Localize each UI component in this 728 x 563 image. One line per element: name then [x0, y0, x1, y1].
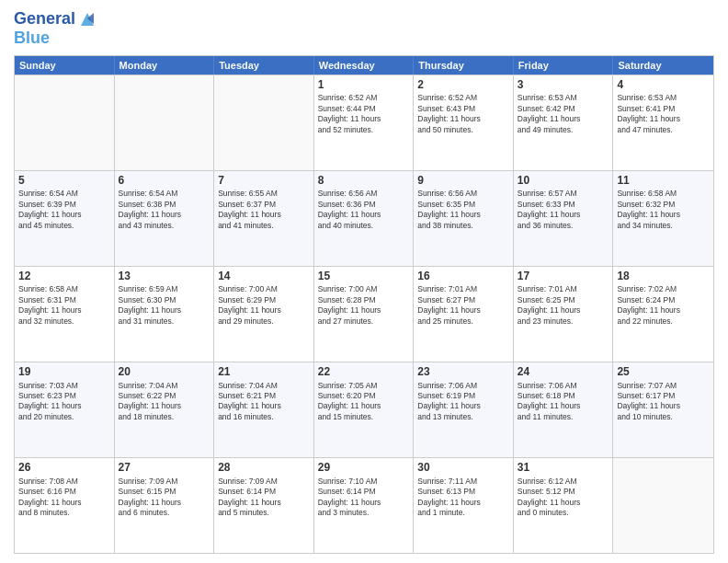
day-number: 3 — [518, 78, 609, 93]
day-number: 25 — [617, 365, 710, 380]
day-info: Sunrise: 7:01 AM Sunset: 6:25 PM Dayligh… — [518, 284, 609, 327]
day-cell-24: 24Sunrise: 7:06 AM Sunset: 6:18 PM Dayli… — [514, 362, 614, 457]
day-info: Sunrise: 7:10 AM Sunset: 6:14 PM Dayligh… — [318, 477, 410, 519]
day-number: 12 — [18, 270, 110, 284]
day-number: 22 — [318, 365, 410, 380]
day-cell-15: 15Sunrise: 7:00 AM Sunset: 6:28 PM Dayli… — [314, 267, 415, 362]
day-number: 8 — [318, 174, 410, 189]
day-number: 16 — [417, 270, 509, 284]
calendar-row-0: 1Sunrise: 6:52 AM Sunset: 6:44 PM Daylig… — [15, 75, 713, 170]
day-info: Sunrise: 7:00 AM Sunset: 6:28 PM Dayligh… — [318, 284, 410, 327]
empty-cell — [15, 75, 115, 170]
day-info: Sunrise: 7:07 AM Sunset: 6:17 PM Dayligh… — [617, 381, 710, 423]
day-cell-7: 7Sunrise: 6:55 AM Sunset: 6:37 PM Daylig… — [214, 171, 314, 266]
calendar-row-2: 12Sunrise: 6:58 AM Sunset: 6:31 PM Dayli… — [15, 266, 713, 362]
day-cell-27: 27Sunrise: 7:09 AM Sunset: 6:15 PM Dayli… — [115, 458, 215, 553]
day-info: Sunrise: 7:09 AM Sunset: 6:14 PM Dayligh… — [218, 477, 310, 519]
day-cell-20: 20Sunrise: 7:04 AM Sunset: 6:22 PM Dayli… — [115, 362, 215, 457]
day-cell-5: 5Sunrise: 6:54 AM Sunset: 6:39 PM Daylig… — [15, 171, 115, 266]
day-info: Sunrise: 6:56 AM Sunset: 6:35 PM Dayligh… — [417, 189, 509, 231]
day-cell-23: 23Sunrise: 7:06 AM Sunset: 6:19 PM Dayli… — [414, 362, 514, 457]
day-number: 2 — [417, 78, 509, 93]
day-info: Sunrise: 6:57 AM Sunset: 6:33 PM Dayligh… — [518, 189, 609, 231]
day-info: Sunrise: 7:04 AM Sunset: 6:22 PM Dayligh… — [119, 381, 210, 423]
header-cell-thursday: Thursday — [414, 56, 514, 75]
day-info: Sunrise: 7:08 AM Sunset: 6:16 PM Dayligh… — [18, 477, 110, 519]
day-info: Sunrise: 7:01 AM Sunset: 6:27 PM Dayligh… — [417, 284, 509, 327]
day-number: 4 — [617, 78, 710, 93]
day-cell-10: 10Sunrise: 6:57 AM Sunset: 6:33 PM Dayli… — [514, 171, 614, 266]
day-cell-16: 16Sunrise: 7:01 AM Sunset: 6:27 PM Dayli… — [414, 267, 514, 362]
day-cell-11: 11Sunrise: 6:58 AM Sunset: 6:32 PM Dayli… — [613, 171, 713, 266]
header-cell-tuesday: Tuesday — [214, 56, 314, 75]
day-info: Sunrise: 6:58 AM Sunset: 6:31 PM Dayligh… — [18, 284, 110, 327]
day-info: Sunrise: 7:00 AM Sunset: 6:29 PM Dayligh… — [218, 284, 310, 327]
day-number: 19 — [18, 365, 110, 380]
logo-icon — [77, 9, 97, 29]
day-cell-3: 3Sunrise: 6:53 AM Sunset: 6:42 PM Daylig… — [514, 75, 614, 170]
day-number: 6 — [119, 174, 210, 189]
day-info: Sunrise: 6:52 AM Sunset: 6:43 PM Dayligh… — [417, 93, 509, 135]
day-info: Sunrise: 6:12 AM Sunset: 5:12 PM Dayligh… — [518, 477, 609, 519]
day-info: Sunrise: 6:54 AM Sunset: 6:38 PM Dayligh… — [119, 189, 210, 231]
day-number: 21 — [218, 365, 310, 380]
day-info: Sunrise: 7:09 AM Sunset: 6:15 PM Dayligh… — [119, 477, 210, 519]
day-number: 5 — [18, 174, 110, 189]
day-number: 28 — [218, 461, 310, 476]
calendar-row-3: 19Sunrise: 7:03 AM Sunset: 6:23 PM Dayli… — [15, 362, 713, 457]
header-cell-monday: Monday — [115, 56, 215, 75]
calendar: SundayMondayTuesdayWednesdayThursdayFrid… — [14, 55, 714, 554]
day-info: Sunrise: 7:03 AM Sunset: 6:23 PM Dayligh… — [18, 381, 110, 423]
day-number: 30 — [417, 461, 509, 476]
day-cell-30: 30Sunrise: 7:11 AM Sunset: 6:13 PM Dayli… — [414, 458, 514, 553]
day-info: Sunrise: 6:54 AM Sunset: 6:39 PM Dayligh… — [18, 189, 110, 231]
day-cell-31: 31Sunrise: 6:12 AM Sunset: 5:12 PM Dayli… — [514, 458, 614, 553]
calendar-row-1: 5Sunrise: 6:54 AM Sunset: 6:39 PM Daylig… — [15, 170, 713, 266]
day-cell-8: 8Sunrise: 6:56 AM Sunset: 6:36 PM Daylig… — [314, 171, 415, 266]
day-cell-25: 25Sunrise: 7:07 AM Sunset: 6:17 PM Dayli… — [613, 362, 713, 457]
day-cell-12: 12Sunrise: 6:58 AM Sunset: 6:31 PM Dayli… — [15, 267, 115, 362]
day-cell-1: 1Sunrise: 6:52 AM Sunset: 6:44 PM Daylig… — [314, 75, 415, 170]
calendar-body: 1Sunrise: 6:52 AM Sunset: 6:44 PM Daylig… — [15, 75, 713, 553]
day-number: 26 — [18, 461, 110, 476]
empty-cell — [613, 458, 713, 553]
day-number: 1 — [318, 78, 410, 93]
day-info: Sunrise: 7:05 AM Sunset: 6:20 PM Dayligh… — [318, 381, 410, 423]
day-cell-22: 22Sunrise: 7:05 AM Sunset: 6:20 PM Dayli… — [314, 362, 415, 457]
day-number: 11 — [617, 174, 710, 189]
header-cell-saturday: Saturday — [613, 56, 713, 75]
day-cell-2: 2Sunrise: 6:52 AM Sunset: 6:43 PM Daylig… — [414, 75, 514, 170]
day-info: Sunrise: 6:59 AM Sunset: 6:30 PM Dayligh… — [119, 284, 210, 327]
day-number: 10 — [518, 174, 609, 189]
day-cell-19: 19Sunrise: 7:03 AM Sunset: 6:23 PM Dayli… — [15, 362, 115, 457]
empty-cell — [214, 75, 314, 170]
day-number: 31 — [518, 461, 609, 476]
day-number: 17 — [518, 270, 609, 284]
day-number: 18 — [617, 270, 710, 284]
day-number: 9 — [417, 174, 509, 189]
day-info: Sunrise: 7:06 AM Sunset: 6:18 PM Dayligh… — [518, 381, 609, 423]
header-cell-wednesday: Wednesday — [314, 56, 415, 75]
empty-cell — [115, 75, 215, 170]
day-cell-9: 9Sunrise: 6:56 AM Sunset: 6:35 PM Daylig… — [414, 171, 514, 266]
day-number: 23 — [417, 365, 509, 380]
day-info: Sunrise: 7:04 AM Sunset: 6:21 PM Dayligh… — [218, 381, 310, 423]
logo-blue: Blue — [14, 29, 50, 48]
calendar-header: SundayMondayTuesdayWednesdayThursdayFrid… — [15, 56, 713, 75]
day-cell-18: 18Sunrise: 7:02 AM Sunset: 6:24 PM Dayli… — [613, 267, 713, 362]
day-number: 27 — [119, 461, 210, 476]
day-cell-14: 14Sunrise: 7:00 AM Sunset: 6:29 PM Dayli… — [214, 267, 314, 362]
day-info: Sunrise: 6:53 AM Sunset: 6:42 PM Dayligh… — [518, 93, 609, 135]
day-info: Sunrise: 6:55 AM Sunset: 6:37 PM Dayligh… — [218, 189, 310, 231]
day-info: Sunrise: 6:52 AM Sunset: 6:44 PM Dayligh… — [318, 93, 410, 135]
day-info: Sunrise: 7:11 AM Sunset: 6:13 PM Dayligh… — [417, 477, 509, 519]
day-cell-28: 28Sunrise: 7:09 AM Sunset: 6:14 PM Dayli… — [214, 458, 314, 553]
day-info: Sunrise: 6:53 AM Sunset: 6:41 PM Dayligh… — [617, 93, 710, 135]
day-info: Sunrise: 7:02 AM Sunset: 6:24 PM Dayligh… — [617, 284, 710, 327]
calendar-row-4: 26Sunrise: 7:08 AM Sunset: 6:16 PM Dayli… — [15, 457, 713, 553]
day-number: 15 — [318, 270, 410, 284]
header-cell-friday: Friday — [514, 56, 614, 75]
day-cell-4: 4Sunrise: 6:53 AM Sunset: 6:41 PM Daylig… — [613, 75, 713, 170]
day-number: 7 — [218, 174, 310, 189]
day-info: Sunrise: 6:58 AM Sunset: 6:32 PM Dayligh… — [617, 189, 710, 231]
